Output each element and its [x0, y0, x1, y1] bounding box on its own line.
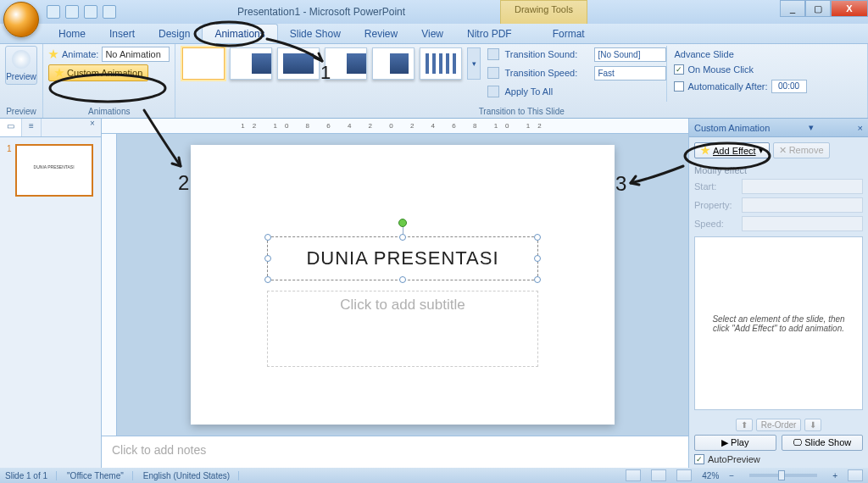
- minimize-button[interactable]: _: [780, 0, 805, 17]
- tab-home[interactable]: Home: [47, 25, 97, 43]
- workspace: ▭ ≡ × 1 DUNIA PRESENTASI 12 10 8 6 4 2 0…: [0, 119, 868, 468]
- group-preview: Preview Preview: [0, 44, 43, 118]
- outline-tab[interactable]: ≡: [22, 119, 42, 136]
- tab-review[interactable]: Review: [353, 25, 409, 43]
- property-dropdown[interactable]: [742, 197, 863, 213]
- transition-item[interactable]: [420, 47, 462, 80]
- slideshow-view-button[interactable]: [676, 469, 692, 481]
- zoom-value[interactable]: 42%: [702, 471, 719, 480]
- resize-handle[interactable]: [264, 234, 271, 241]
- zoom-in-icon[interactable]: +: [832, 471, 837, 480]
- contextual-tab-drawing-tools: Drawing Tools: [500, 0, 587, 24]
- taskpane-close[interactable]: ×: [858, 123, 863, 133]
- remove-button[interactable]: ✕ Remove: [773, 142, 830, 158]
- apply-to-all-button[interactable]: Apply To All: [504, 86, 553, 97]
- resize-handle[interactable]: [264, 276, 271, 283]
- slideshow-button[interactable]: 🖵 Slide Show: [782, 435, 864, 451]
- group-animations-label: Animations: [48, 105, 170, 118]
- reorder-down-button[interactable]: ⬇: [804, 419, 821, 431]
- tab-design[interactable]: Design: [147, 25, 202, 43]
- advance-slide: Advance Slide ✓ On Mouse Click Automatic…: [666, 46, 813, 102]
- on-mouse-click-label: On Mouse Click: [687, 64, 754, 75]
- horizontal-ruler: 12 10 8 6 4 2 0 2 4 6 8 10 12: [102, 119, 688, 134]
- group-transition: ▾ Transition Sound: [No Sound] Transitio…: [175, 44, 868, 118]
- remove-label: Remove: [789, 145, 824, 155]
- editor-column: 12 10 8 6 4 2 0 2 4 6 8 10 12: [102, 119, 688, 468]
- qat-save-icon[interactable]: [47, 5, 60, 19]
- transition-gallery: ▾: [181, 46, 482, 102]
- chevron-down-icon: ▾: [759, 145, 764, 156]
- notes-pane[interactable]: Click to add notes: [102, 436, 688, 468]
- thumbnail-number: 1: [7, 144, 12, 197]
- slides-tab[interactable]: ▭: [0, 119, 22, 136]
- maximize-button[interactable]: ▢: [805, 0, 831, 17]
- theme-name: "Office Theme": [67, 471, 133, 480]
- tab-slideshow[interactable]: Slide Show: [278, 25, 353, 43]
- slide-canvas[interactable]: DUNIA PRESENTASI Click to add subtitle: [191, 145, 615, 425]
- normal-view-button[interactable]: [626, 469, 641, 481]
- close-button[interactable]: X: [831, 0, 868, 17]
- resize-handle[interactable]: [264, 255, 271, 262]
- taskpane-dropdown-icon[interactable]: ▾: [809, 122, 814, 133]
- transition-gallery-more[interactable]: ▾: [467, 47, 481, 80]
- resize-handle[interactable]: [534, 255, 541, 262]
- modify-effect-title: Modify effect: [694, 165, 863, 175]
- autopreview-checkbox[interactable]: ✓: [694, 454, 704, 464]
- zoom-slider[interactable]: [749, 474, 817, 477]
- transition-sound-dropdown[interactable]: [No Sound]: [594, 47, 666, 62]
- title-text[interactable]: DUNIA PRESENTASI: [268, 237, 537, 269]
- zoom-out-icon[interactable]: −: [729, 471, 734, 480]
- canvas-wrap[interactable]: DUNIA PRESENTASI Click to add subtitle: [117, 134, 688, 436]
- tab-nitro-pdf[interactable]: Nitro PDF: [455, 25, 524, 43]
- tab-view[interactable]: View: [409, 25, 455, 43]
- resize-handle[interactable]: [399, 276, 406, 283]
- auto-after-checkbox[interactable]: [674, 81, 684, 92]
- titlebar: Presentation1 - Microsoft PowerPoint Dra…: [0, 0, 868, 24]
- play-button[interactable]: ▶ Play: [694, 435, 776, 451]
- reorder-up-button[interactable]: ⬆: [736, 419, 753, 431]
- window-title: Presentation1 - Microsoft PowerPoint: [237, 6, 405, 18]
- start-label: Start:: [694, 181, 742, 192]
- slide-sorter-view-button[interactable]: [651, 469, 666, 481]
- reorder-label: Re-Order: [756, 419, 802, 431]
- resize-handle[interactable]: [534, 234, 541, 241]
- fit-window-button[interactable]: [848, 469, 863, 481]
- slides-panel: ▭ ≡ × 1 DUNIA PRESENTASI: [0, 119, 102, 468]
- language[interactable]: English (United States): [143, 471, 239, 480]
- zoom-thumb[interactable]: [778, 470, 785, 480]
- group-transition-label: Transition to This Slide: [181, 105, 862, 118]
- tab-animations[interactable]: Animations: [202, 24, 277, 43]
- transition-speed-dropdown[interactable]: Fast: [594, 66, 666, 80]
- transition-item[interactable]: [230, 47, 272, 80]
- start-dropdown[interactable]: [742, 179, 863, 194]
- slide-counter: Slide 1 of 1: [5, 471, 57, 480]
- transition-item[interactable]: [325, 47, 367, 80]
- qat-print-icon[interactable]: [103, 5, 116, 19]
- auto-after-time-field[interactable]: 00:00: [771, 80, 807, 93]
- resize-handle[interactable]: [399, 234, 406, 241]
- animate-dropdown[interactable]: No Animation: [102, 47, 170, 62]
- thumbnail-1[interactable]: 1 DUNIA PRESENTASI: [7, 144, 94, 197]
- ribbon: Preview Preview Animate: No Animation Cu…: [0, 44, 868, 119]
- custom-animation-button[interactable]: Custom Animation: [48, 64, 148, 81]
- title-textbox[interactable]: DUNIA PRESENTASI: [267, 236, 538, 280]
- add-effect-button[interactable]: Add Effect ▾: [694, 142, 770, 158]
- speed-dropdown[interactable]: [742, 216, 863, 231]
- rotation-handle[interactable]: [398, 219, 407, 227]
- resize-handle[interactable]: [534, 276, 541, 283]
- on-mouse-click-checkbox[interactable]: ✓: [674, 64, 684, 75]
- subtitle-textbox[interactable]: Click to add subtitle: [267, 291, 538, 367]
- slides-panel-close[interactable]: ×: [84, 119, 101, 136]
- sound-icon: [487, 48, 499, 60]
- transition-none[interactable]: [182, 47, 225, 80]
- transition-item[interactable]: [372, 47, 415, 80]
- preview-button[interactable]: Preview: [5, 46, 37, 85]
- transition-item[interactable]: [277, 47, 320, 80]
- animate-label: Animate:: [62, 49, 98, 59]
- qat-undo-icon[interactable]: [65, 5, 79, 19]
- add-effect-label: Add Effect: [713, 146, 756, 156]
- office-button[interactable]: [3, 2, 39, 37]
- qat-redo-icon[interactable]: [84, 5, 97, 19]
- tab-insert[interactable]: Insert: [97, 25, 147, 43]
- tab-format[interactable]: Format: [541, 25, 597, 43]
